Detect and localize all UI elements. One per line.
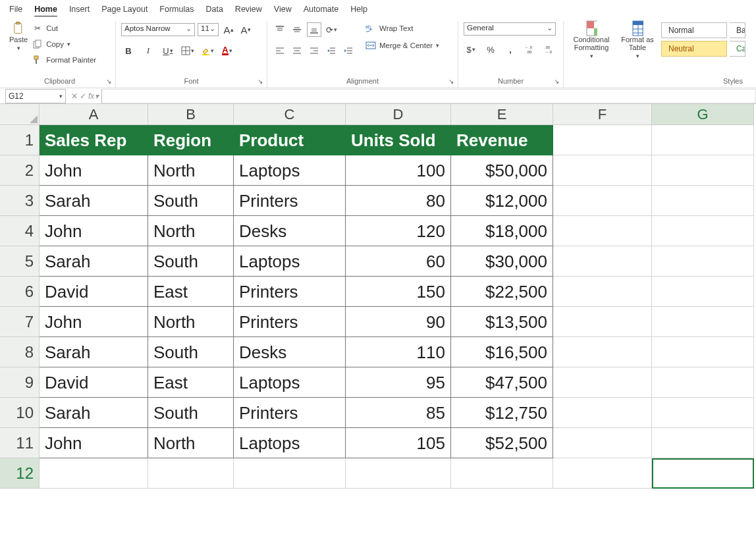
row-header[interactable]: 5	[0, 246, 40, 277]
table-cell[interactable]: North	[148, 307, 234, 337]
table-cell[interactable]: 110	[346, 337, 451, 367]
bold-button[interactable]: B	[121, 43, 136, 58]
table-cell[interactable]: North	[148, 428, 234, 458]
font-name-combo[interactable]: Aptos Narrow	[121, 23, 195, 36]
table-cell[interactable]: Printers	[234, 277, 346, 307]
table-cell[interactable]: South	[148, 186, 234, 216]
table-header-cell[interactable]: Revenue	[451, 125, 553, 155]
menu-tab-insert[interactable]: Insert	[69, 5, 90, 14]
table-cell[interactable]: David	[40, 367, 148, 398]
fill-color-button[interactable]: ▾	[200, 43, 215, 58]
increase-font-icon[interactable]: A▴	[221, 22, 236, 37]
table-cell[interactable]: 80	[346, 186, 451, 216]
table-cell[interactable]: Laptops	[234, 367, 346, 398]
table-cell[interactable]: $12,750	[451, 398, 553, 428]
wrap-text-button[interactable]: ab Wrap Text	[365, 22, 439, 34]
cell[interactable]	[553, 337, 652, 367]
cell[interactable]	[553, 367, 652, 398]
italic-button[interactable]: I	[141, 43, 155, 58]
menu-tab-home[interactable]: Home	[34, 5, 57, 14]
cell[interactable]	[40, 458, 148, 489]
dialog-launcher-icon[interactable]: ↘	[106, 78, 111, 85]
cell[interactable]	[652, 307, 754, 337]
column-header[interactable]: G	[652, 104, 754, 125]
table-cell[interactable]: $13,500	[451, 307, 553, 337]
table-cell[interactable]: John	[40, 216, 148, 246]
align-bottom-icon[interactable]	[307, 22, 321, 37]
table-cell[interactable]: South	[148, 337, 234, 367]
table-cell[interactable]: East	[148, 277, 234, 307]
align-right-icon[interactable]	[307, 43, 321, 58]
font-color-button[interactable]: A▾	[220, 43, 234, 58]
row-header[interactable]: 2	[0, 155, 40, 186]
align-left-icon[interactable]	[273, 43, 287, 58]
row-header[interactable]: 8	[0, 337, 40, 367]
cell-style-extra[interactable]: Ca	[730, 41, 745, 57]
table-cell[interactable]: David	[40, 277, 148, 307]
copy-button[interactable]: Copy ▾	[32, 38, 96, 50]
dialog-launcher-icon[interactable]: ↘	[257, 78, 263, 85]
borders-button[interactable]: ▾	[180, 43, 195, 58]
table-cell[interactable]: Laptops	[234, 246, 346, 277]
cell[interactable]	[346, 458, 451, 489]
decrease-decimal-icon[interactable]: .00→.0	[543, 42, 557, 57]
cut-button[interactable]: ✂ Cut	[32, 22, 96, 34]
cell[interactable]	[553, 186, 652, 216]
column-header[interactable]: B	[148, 104, 234, 125]
spreadsheet-grid[interactable]: ABCDEFG1Sales RepRegionProductUnits Sold…	[0, 104, 756, 489]
comma-format-button[interactable]: ,	[503, 42, 518, 57]
cell-style-neutral[interactable]: Neutral	[661, 41, 727, 57]
formula-input[interactable]	[101, 89, 756, 103]
cell[interactable]	[553, 216, 652, 246]
table-cell[interactable]: 100	[346, 155, 451, 186]
increase-decimal-icon[interactable]: ←.0.00	[523, 42, 537, 57]
name-box[interactable]: G12▾	[5, 89, 66, 103]
column-header[interactable]: D	[346, 104, 451, 125]
confirm-edit-icon[interactable]: ✓	[80, 92, 86, 101]
table-header-cell[interactable]: Product	[234, 125, 346, 155]
cell[interactable]	[553, 277, 652, 307]
fx-icon[interactable]: fx▾	[88, 92, 99, 101]
table-header-cell[interactable]: Region	[148, 125, 234, 155]
table-cell[interactable]: 60	[346, 246, 451, 277]
table-cell[interactable]: $12,000	[451, 186, 553, 216]
table-cell[interactable]: John	[40, 155, 148, 186]
cell[interactable]	[652, 337, 754, 367]
font-size-combo[interactable]: 11	[198, 23, 219, 36]
table-cell[interactable]: North	[148, 216, 234, 246]
table-cell[interactable]: 95	[346, 367, 451, 398]
column-header[interactable]: C	[234, 104, 346, 125]
table-cell[interactable]: $16,500	[451, 337, 553, 367]
table-cell[interactable]: 105	[346, 428, 451, 458]
increase-indent-icon[interactable]	[341, 43, 356, 58]
cell-style-extra[interactable]: Ba	[730, 22, 745, 38]
table-cell[interactable]: Desks	[234, 337, 346, 367]
format-as-table-button[interactable]: Format as Table▾	[618, 22, 657, 59]
cell[interactable]	[652, 428, 754, 458]
percent-format-button[interactable]: %	[483, 42, 498, 57]
menu-tab-help[interactable]: Help	[350, 5, 367, 14]
orientation-icon[interactable]: ⟳▾	[324, 22, 338, 37]
underline-button[interactable]: U▾	[161, 43, 175, 58]
row-header[interactable]: 3	[0, 186, 40, 216]
menu-tab-formulas[interactable]: Formulas	[159, 5, 194, 14]
cell[interactable]	[652, 277, 754, 307]
accounting-format-button[interactable]: $▾	[464, 42, 478, 57]
row-header[interactable]: 4	[0, 216, 40, 246]
table-cell[interactable]: $18,000	[451, 216, 553, 246]
dialog-launcher-icon[interactable]: ↘	[448, 78, 454, 85]
table-cell[interactable]: $47,500	[451, 367, 553, 398]
cell[interactable]	[553, 155, 652, 186]
cell[interactable]	[553, 125, 652, 155]
cell[interactable]	[451, 458, 553, 489]
cell[interactable]	[148, 458, 234, 489]
format-painter-button[interactable]: Format Painter	[32, 54, 96, 66]
table-cell[interactable]: North	[148, 155, 234, 186]
cell-style-normal[interactable]: Normal	[661, 22, 727, 38]
table-cell[interactable]: 150	[346, 277, 451, 307]
row-header[interactable]: 11	[0, 428, 40, 458]
table-cell[interactable]: Laptops	[234, 428, 346, 458]
column-header[interactable]: F	[553, 104, 652, 125]
table-cell[interactable]: $50,000	[451, 155, 553, 186]
table-cell[interactable]: $52,500	[451, 428, 553, 458]
